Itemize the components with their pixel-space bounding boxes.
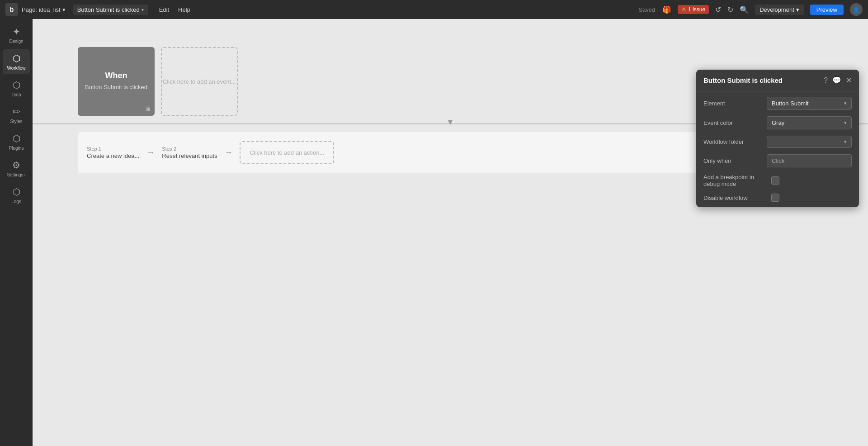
sidebar: ✦ Design ⬡ Workflow ⬡ Data ✏ Styles ⬡ Pl… (0, 19, 33, 446)
sidebar-item-workflow[interactable]: ⬡ Workflow (3, 49, 30, 74)
panel-body: Element Button Submit ▾ Event color Gray… (696, 91, 859, 207)
help-menu-item[interactable]: Help (178, 6, 190, 13)
sidebar-logs-label: Logs (11, 199, 21, 204)
sidebar-data-label: Data (11, 92, 21, 97)
sidebar-item-design[interactable]: ✦ Design (3, 23, 30, 47)
workflow-chevron-icon: ▾ (142, 7, 144, 12)
settings-icon: ⚙ (12, 160, 20, 171)
sidebar-item-settings[interactable]: ⚙ Settings › (3, 156, 30, 181)
preview-button[interactable]: Preview (810, 5, 844, 15)
sidebar-item-logs[interactable]: ⬡ Logs (3, 183, 30, 208)
only-when-input[interactable]: Click (767, 154, 852, 167)
only-when-label: Only when (703, 157, 767, 164)
workflow-folder-label: Workflow folder (703, 138, 767, 145)
element-selector[interactable]: Button Submit ▾ (767, 97, 852, 110)
element-chevron-icon: ▾ (844, 100, 847, 106)
element-value: Button Submit (772, 100, 809, 107)
only-when-row: Only when Click (703, 154, 852, 167)
disable-row: Disable workflow (703, 194, 852, 202)
only-when-value: Click (772, 157, 784, 164)
step-2-block: Step 2 Reset relevant inputs (162, 146, 217, 159)
panel-header-icons: ? 💬 ✕ (824, 76, 852, 85)
sidebar-plugins-label: Plugins (9, 146, 24, 151)
workflow-folder-row: Workflow folder ▾ (703, 136, 852, 148)
add-event-text: Click here to add an event... (163, 78, 236, 85)
search-icon[interactable]: 🔍 (740, 5, 749, 14)
workflow-name-label: Button Submit is clicked (77, 6, 140, 13)
element-row: Element Button Submit ▾ (703, 97, 852, 110)
step-1-label: Step 1 (87, 146, 139, 152)
main-layout: ✦ Design ⬡ Workflow ⬡ Data ✏ Styles ⬡ Pl… (0, 19, 868, 446)
when-title: When (105, 71, 127, 81)
workflow-name-selector[interactable]: Button Submit is clicked ▾ (73, 5, 148, 15)
step-1-block: Step 1 Create a new idea... (87, 146, 139, 159)
when-block[interactable]: When Button Submit is clicked 🗑 (78, 47, 155, 116)
avatar[interactable]: 👤 (850, 3, 863, 16)
breakpoint-checkbox[interactable] (771, 176, 779, 185)
event-color-value: Gray (772, 119, 784, 126)
color-chevron-icon: ▾ (844, 120, 847, 126)
add-action-block[interactable]: Click here to add an action... (240, 141, 334, 164)
dev-label: Development (760, 6, 794, 13)
add-action-text: Click here to add an action... (250, 149, 324, 156)
delete-when-icon[interactable]: 🗑 (145, 105, 151, 112)
step-2-title[interactable]: Reset relevant inputs (162, 152, 217, 159)
topbar-right-actions: 🎁 ⚠ 1 issue ↺ ↻ 🔍 Development ▾ Preview … (662, 3, 863, 16)
event-color-row: Event color Gray ▾ (703, 116, 852, 129)
gift-icon[interactable]: 🎁 (662, 5, 671, 14)
event-color-selector[interactable]: Gray ▾ (767, 116, 852, 129)
dev-chevron-icon: ▾ (796, 6, 799, 13)
event-color-label: Event color (703, 119, 767, 126)
redo-icon[interactable]: ↻ (727, 5, 733, 14)
breakpoint-label: Add a breakpoint in debug mode (703, 174, 767, 187)
data-icon: ⬡ (13, 80, 20, 90)
saved-status: Saved (638, 6, 655, 13)
sidebar-item-data[interactable]: ⬡ Data (3, 76, 30, 101)
sidebar-item-plugins[interactable]: ⬡ Plugins (3, 129, 30, 154)
sidebar-workflow-label: Workflow (7, 66, 26, 71)
event-settings-panel: Button Submit is clicked ? 💬 ✕ Element B… (696, 70, 859, 207)
breakpoint-row: Add a breakpoint in debug mode (703, 174, 852, 187)
undo-icon[interactable]: ↺ (715, 5, 721, 14)
plugins-icon: ⬡ (13, 133, 20, 144)
issue-badge[interactable]: ⚠ 1 issue (678, 5, 709, 14)
logs-icon: ⬡ (13, 186, 20, 197)
settings-chevron-icon: › (24, 173, 26, 177)
disable-label: Disable workflow (703, 195, 767, 201)
disable-checkbox[interactable] (771, 194, 779, 202)
comment-icon[interactable]: 💬 (832, 76, 841, 85)
warning-icon: ⚠ (681, 6, 686, 13)
workflow-folder-selector[interactable]: ▾ (767, 136, 852, 148)
workflow-canvas: When Button Submit is clicked 🗑 Click he… (33, 19, 868, 446)
top-menu: Edit Help (159, 6, 190, 13)
page-chevron-icon: ▾ (62, 6, 66, 13)
panel-title: Button Submit is clicked (703, 76, 783, 84)
styles-icon: ✏ (13, 106, 20, 117)
workflow-icon: ⬡ (13, 53, 20, 64)
panel-header: Button Submit is clicked ? 💬 ✕ (696, 70, 859, 91)
page-label: Page: (22, 6, 37, 13)
add-event-block[interactable]: Click here to add an event... (161, 47, 238, 116)
step-1-arrow-icon: → (146, 148, 155, 157)
page-name: idea_list (39, 6, 61, 13)
design-icon: ✦ (13, 26, 20, 37)
sidebar-design-label: Design (9, 39, 23, 44)
edit-menu-item[interactable]: Edit (159, 6, 169, 13)
element-label: Element (703, 100, 767, 107)
sidebar-settings-label: Settings › (7, 172, 25, 177)
sidebar-item-styles[interactable]: ✏ Styles (3, 103, 30, 128)
dev-selector[interactable]: Development ▾ (755, 5, 804, 15)
page-selector[interactable]: Page: idea_list ▾ (22, 6, 66, 13)
close-panel-icon[interactable]: ✕ (846, 76, 852, 85)
issue-count: 1 issue (688, 6, 705, 13)
step-2-label: Step 2 (162, 146, 217, 152)
topbar: b Page: idea_list ▾ Button Submit is cli… (0, 0, 868, 19)
step-2-arrow-icon: → (224, 148, 232, 157)
sidebar-styles-label: Styles (10, 119, 22, 124)
step-1-title[interactable]: Create a new idea... (87, 152, 139, 159)
folder-chevron-icon: ▾ (844, 139, 847, 145)
help-icon[interactable]: ? (824, 76, 828, 85)
app-logo: b (5, 3, 18, 16)
divider-arrow-icon: ▼ (446, 118, 454, 127)
when-subtitle: Button Submit is clicked (85, 83, 147, 91)
